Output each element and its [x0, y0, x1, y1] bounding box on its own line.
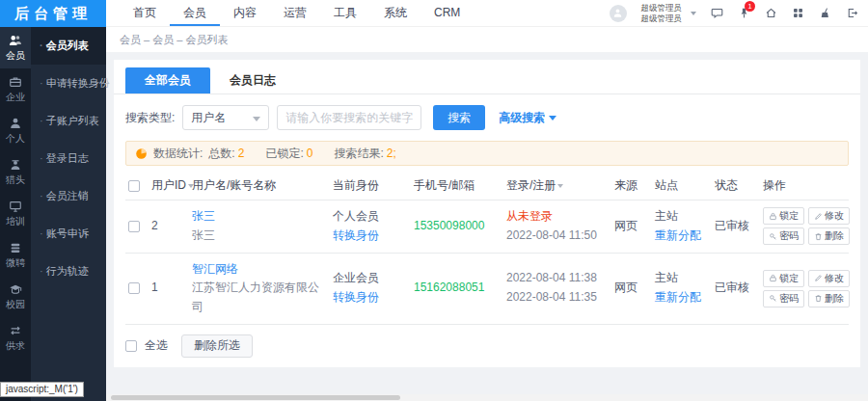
advanced-search-link[interactable]: 高级搜索 [499, 110, 556, 126]
key-icon [769, 232, 777, 241]
submenu-item-identity-conversion[interactable]: 申请转换身份 [31, 65, 106, 102]
header-login-register[interactable]: 登录/注册 [503, 172, 611, 200]
username-link[interactable]: 张三 [192, 207, 327, 227]
edit-button[interactable]: 修改 [808, 270, 850, 287]
site-name: 主站 [655, 207, 709, 227]
password-button[interactable]: 密码 [763, 290, 804, 307]
rail-item-personal[interactable]: 个人 [0, 110, 31, 151]
stat-search-results: 搜索结果:2; [334, 146, 395, 162]
stat-locked: 已锁定:0 [265, 146, 312, 162]
user-name[interactable]: 超级管理员 超级管理员 [641, 3, 683, 23]
avatar[interactable] [610, 5, 627, 22]
message-icon[interactable] [711, 7, 723, 19]
top-bar: 后台管理 首页 会员 内容 运营 工具 系统 CRM 超级管理员 超级管理员 1 [0, 0, 868, 27]
pie-chart-icon [135, 147, 148, 160]
cell-phone: 15162088051 [411, 253, 503, 324]
header-site: 站点 [652, 172, 712, 200]
rail-item-enterprise[interactable]: 企业 [0, 68, 31, 110]
register-time: 2022-08-04 11:50 [506, 227, 609, 246]
top-nav-home[interactable]: 首页 [120, 0, 170, 26]
top-nav-system[interactable]: 系统 [370, 0, 420, 26]
submenu-item-subaccount-list[interactable]: 子账户列表 [31, 102, 106, 140]
site-name: 主站 [655, 269, 709, 288]
monitor-icon [9, 200, 22, 213]
register-time: 2022-08-04 11:35 [506, 288, 609, 307]
submenu-item-behavior-track[interactable]: 行为轨迹 [31, 253, 106, 290]
top-nav: 首页 会员 内容 运营 工具 系统 CRM [120, 0, 474, 26]
lock-button[interactable]: 锁定 [763, 270, 804, 287]
top-nav-operation[interactable]: 运营 [270, 0, 320, 26]
stacked-rows-icon [9, 241, 22, 254]
chevron-down-icon [549, 116, 556, 120]
search-button[interactable]: 搜索 [433, 105, 485, 130]
rail-item-campus[interactable]: 校园 [0, 276, 31, 317]
reassign-link[interactable]: 重新分配 [655, 227, 709, 246]
tab-all-members[interactable]: 全部会员 [125, 67, 210, 94]
rail-item-supply-demand[interactable]: 供求 [0, 317, 31, 359]
select-all-checkbox[interactable] [125, 340, 137, 352]
trash-icon [814, 232, 823, 241]
apps-grid-icon[interactable] [792, 7, 804, 19]
logout-icon[interactable] [846, 7, 858, 19]
search-keyword-input[interactable] [277, 105, 421, 130]
row-checkbox[interactable] [128, 282, 140, 294]
cell-source: 网页 [611, 253, 652, 324]
reassign-link[interactable]: 重新分配 [655, 288, 709, 307]
header-username: 用户名/账号名称 [189, 172, 330, 200]
header-checkbox[interactable] [128, 180, 140, 192]
breadcrumb: 会员 – 会员 – 会员列表 [106, 27, 868, 52]
header-phone-email: 手机号/邮箱 [411, 172, 503, 200]
username-link[interactable]: 智汇网络 [192, 260, 327, 280]
stat-total: 总数:2 [208, 146, 244, 162]
exchange-arrows-icon [9, 324, 22, 337]
rail-item-headhunter[interactable]: 猎头 [0, 151, 31, 193]
delete-button[interactable]: 删除 [808, 227, 850, 245]
search-type-value: 用户名 [191, 111, 226, 124]
cell-status: 已审核 [712, 253, 760, 324]
submenu: 会员列表 申请转换身份 子账户列表 登录日志 会员注销 账号申诉 行为轨迹 [31, 27, 106, 401]
top-nav-crm[interactable]: CRM [420, 0, 474, 26]
submenu-item-member-cancellation[interactable]: 会员注销 [31, 177, 106, 215]
submenu-item-member-list[interactable]: 会员列表 [31, 27, 106, 65]
convert-identity-link[interactable]: 转换身份 [333, 227, 408, 246]
clean-cache-icon[interactable] [819, 7, 831, 19]
search-type-select[interactable]: 用户名 [182, 105, 269, 130]
convert-identity-link[interactable]: 转换身份 [333, 288, 408, 307]
header-actions: 操作 [760, 172, 849, 200]
chevron-down-icon [691, 12, 696, 15]
top-nav-tools[interactable]: 工具 [320, 0, 370, 26]
rail-item-label: 供求 [6, 339, 25, 353]
cell-site: 主站 重新分配 [652, 200, 712, 254]
app-logo[interactable]: 后台管理 [0, 0, 106, 27]
delete-button[interactable]: 删除 [808, 290, 850, 307]
lock-button[interactable]: 锁定 [763, 207, 804, 225]
rail-item-micro-recruit[interactable]: 微聘 [0, 234, 31, 276]
header-user-id[interactable]: 用户ID [149, 172, 189, 200]
pencil-icon [814, 212, 823, 221]
rail-item-members[interactable]: 会员 [0, 27, 31, 68]
tab-member-logs[interactable]: 会员日志 [210, 67, 295, 94]
pencil-icon [814, 274, 823, 282]
advanced-search-label: 高级搜索 [499, 110, 545, 126]
top-nav-content[interactable]: 内容 [220, 0, 270, 26]
edit-button[interactable]: 修改 [808, 207, 850, 225]
pin-icon[interactable]: 1 [738, 7, 750, 19]
account-name: 张三 [192, 227, 327, 246]
top-nav-members[interactable]: 会员 [170, 0, 220, 26]
submenu-item-login-log[interactable]: 登录日志 [31, 140, 106, 177]
rail-item-label: 企业 [6, 91, 25, 104]
row-checkbox[interactable] [128, 221, 140, 232]
top-bar-right: 超级管理员 超级管理员 1 [610, 0, 868, 26]
home-icon[interactable] [765, 7, 777, 19]
password-button[interactable]: 密码 [763, 227, 804, 245]
scrollbar-thumb[interactable] [111, 395, 400, 400]
rail-item-label: 校园 [6, 298, 25, 311]
cell-source: 网页 [611, 200, 652, 254]
rail-item-training[interactable]: 培训 [0, 193, 31, 234]
delete-selected-button[interactable]: 删除所选 [181, 334, 253, 358]
header-source: 来源 [611, 172, 652, 200]
rail-item-label: 个人 [6, 132, 25, 146]
cell-username: 智汇网络 江苏智汇人力资源有限公司 [189, 253, 330, 324]
cell-user-id: 1 [149, 253, 189, 324]
submenu-item-account-appeal[interactable]: 账号申诉 [31, 215, 106, 253]
